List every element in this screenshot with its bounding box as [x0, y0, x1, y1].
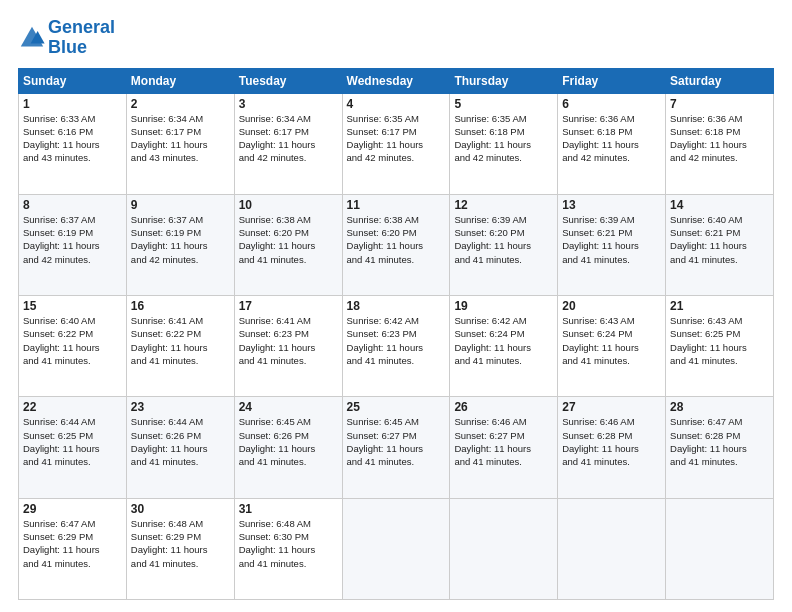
- day-number: 16: [131, 299, 230, 313]
- calendar-cell: 10Sunrise: 6:38 AM Sunset: 6:20 PM Dayli…: [234, 194, 342, 295]
- calendar-cell: 31Sunrise: 6:48 AM Sunset: 6:30 PM Dayli…: [234, 498, 342, 599]
- calendar-week-row: 1Sunrise: 6:33 AM Sunset: 6:16 PM Daylig…: [19, 93, 774, 194]
- day-info: Sunrise: 6:48 AM Sunset: 6:30 PM Dayligh…: [239, 517, 338, 570]
- calendar-cell: 25Sunrise: 6:45 AM Sunset: 6:27 PM Dayli…: [342, 397, 450, 498]
- day-info: Sunrise: 6:33 AM Sunset: 6:16 PM Dayligh…: [23, 112, 122, 165]
- calendar-cell: 9Sunrise: 6:37 AM Sunset: 6:19 PM Daylig…: [126, 194, 234, 295]
- day-info: Sunrise: 6:45 AM Sunset: 6:26 PM Dayligh…: [239, 415, 338, 468]
- day-info: Sunrise: 6:44 AM Sunset: 6:26 PM Dayligh…: [131, 415, 230, 468]
- header-day-thursday: Thursday: [450, 68, 558, 93]
- header-day-saturday: Saturday: [666, 68, 774, 93]
- day-number: 26: [454, 400, 553, 414]
- day-number: 9: [131, 198, 230, 212]
- day-number: 10: [239, 198, 338, 212]
- day-number: 17: [239, 299, 338, 313]
- day-number: 5: [454, 97, 553, 111]
- calendar-cell: 13Sunrise: 6:39 AM Sunset: 6:21 PM Dayli…: [558, 194, 666, 295]
- day-number: 8: [23, 198, 122, 212]
- day-number: 11: [347, 198, 446, 212]
- day-info: Sunrise: 6:45 AM Sunset: 6:27 PM Dayligh…: [347, 415, 446, 468]
- day-info: Sunrise: 6:34 AM Sunset: 6:17 PM Dayligh…: [131, 112, 230, 165]
- day-info: Sunrise: 6:48 AM Sunset: 6:29 PM Dayligh…: [131, 517, 230, 570]
- day-info: Sunrise: 6:47 AM Sunset: 6:28 PM Dayligh…: [670, 415, 769, 468]
- logo: General Blue: [18, 18, 115, 58]
- day-info: Sunrise: 6:42 AM Sunset: 6:24 PM Dayligh…: [454, 314, 553, 367]
- day-info: Sunrise: 6:40 AM Sunset: 6:21 PM Dayligh…: [670, 213, 769, 266]
- header: General Blue: [18, 18, 774, 58]
- calendar-cell: 28Sunrise: 6:47 AM Sunset: 6:28 PM Dayli…: [666, 397, 774, 498]
- calendar-cell: 30Sunrise: 6:48 AM Sunset: 6:29 PM Dayli…: [126, 498, 234, 599]
- day-info: Sunrise: 6:46 AM Sunset: 6:27 PM Dayligh…: [454, 415, 553, 468]
- calendar-week-row: 29Sunrise: 6:47 AM Sunset: 6:29 PM Dayli…: [19, 498, 774, 599]
- day-number: 18: [347, 299, 446, 313]
- calendar-cell: 4Sunrise: 6:35 AM Sunset: 6:17 PM Daylig…: [342, 93, 450, 194]
- day-info: Sunrise: 6:38 AM Sunset: 6:20 PM Dayligh…: [239, 213, 338, 266]
- calendar-week-row: 22Sunrise: 6:44 AM Sunset: 6:25 PM Dayli…: [19, 397, 774, 498]
- day-info: Sunrise: 6:42 AM Sunset: 6:23 PM Dayligh…: [347, 314, 446, 367]
- calendar-cell: 17Sunrise: 6:41 AM Sunset: 6:23 PM Dayli…: [234, 296, 342, 397]
- day-number: 1: [23, 97, 122, 111]
- day-info: Sunrise: 6:41 AM Sunset: 6:23 PM Dayligh…: [239, 314, 338, 367]
- calendar-cell: 12Sunrise: 6:39 AM Sunset: 6:20 PM Dayli…: [450, 194, 558, 295]
- day-info: Sunrise: 6:35 AM Sunset: 6:18 PM Dayligh…: [454, 112, 553, 165]
- calendar-cell: 18Sunrise: 6:42 AM Sunset: 6:23 PM Dayli…: [342, 296, 450, 397]
- header-day-sunday: Sunday: [19, 68, 127, 93]
- day-number: 4: [347, 97, 446, 111]
- day-number: 27: [562, 400, 661, 414]
- calendar-week-row: 15Sunrise: 6:40 AM Sunset: 6:22 PM Dayli…: [19, 296, 774, 397]
- day-number: 6: [562, 97, 661, 111]
- day-number: 7: [670, 97, 769, 111]
- day-info: Sunrise: 6:38 AM Sunset: 6:20 PM Dayligh…: [347, 213, 446, 266]
- calendar-cell: 8Sunrise: 6:37 AM Sunset: 6:19 PM Daylig…: [19, 194, 127, 295]
- day-number: 28: [670, 400, 769, 414]
- day-number: 23: [131, 400, 230, 414]
- logo-icon: [18, 24, 46, 52]
- header-day-monday: Monday: [126, 68, 234, 93]
- calendar-week-row: 8Sunrise: 6:37 AM Sunset: 6:19 PM Daylig…: [19, 194, 774, 295]
- day-info: Sunrise: 6:37 AM Sunset: 6:19 PM Dayligh…: [23, 213, 122, 266]
- calendar-cell: 21Sunrise: 6:43 AM Sunset: 6:25 PM Dayli…: [666, 296, 774, 397]
- calendar-cell: 29Sunrise: 6:47 AM Sunset: 6:29 PM Dayli…: [19, 498, 127, 599]
- day-info: Sunrise: 6:46 AM Sunset: 6:28 PM Dayligh…: [562, 415, 661, 468]
- calendar-cell: 19Sunrise: 6:42 AM Sunset: 6:24 PM Dayli…: [450, 296, 558, 397]
- day-number: 13: [562, 198, 661, 212]
- day-info: Sunrise: 6:44 AM Sunset: 6:25 PM Dayligh…: [23, 415, 122, 468]
- calendar-cell: 15Sunrise: 6:40 AM Sunset: 6:22 PM Dayli…: [19, 296, 127, 397]
- day-info: Sunrise: 6:36 AM Sunset: 6:18 PM Dayligh…: [670, 112, 769, 165]
- calendar-cell: 7Sunrise: 6:36 AM Sunset: 6:18 PM Daylig…: [666, 93, 774, 194]
- day-number: 22: [23, 400, 122, 414]
- day-info: Sunrise: 6:39 AM Sunset: 6:20 PM Dayligh…: [454, 213, 553, 266]
- day-info: Sunrise: 6:34 AM Sunset: 6:17 PM Dayligh…: [239, 112, 338, 165]
- calendar-table: SundayMondayTuesdayWednesdayThursdayFrid…: [18, 68, 774, 600]
- day-number: 24: [239, 400, 338, 414]
- day-info: Sunrise: 6:43 AM Sunset: 6:25 PM Dayligh…: [670, 314, 769, 367]
- day-info: Sunrise: 6:41 AM Sunset: 6:22 PM Dayligh…: [131, 314, 230, 367]
- day-number: 3: [239, 97, 338, 111]
- day-number: 31: [239, 502, 338, 516]
- header-day-wednesday: Wednesday: [342, 68, 450, 93]
- day-info: Sunrise: 6:35 AM Sunset: 6:17 PM Dayligh…: [347, 112, 446, 165]
- calendar-cell: 16Sunrise: 6:41 AM Sunset: 6:22 PM Dayli…: [126, 296, 234, 397]
- calendar-cell: 14Sunrise: 6:40 AM Sunset: 6:21 PM Dayli…: [666, 194, 774, 295]
- day-number: 12: [454, 198, 553, 212]
- day-number: 19: [454, 299, 553, 313]
- calendar-cell: 6Sunrise: 6:36 AM Sunset: 6:18 PM Daylig…: [558, 93, 666, 194]
- calendar-header-row: SundayMondayTuesdayWednesdayThursdayFrid…: [19, 68, 774, 93]
- logo-general: General: [48, 17, 115, 37]
- day-info: Sunrise: 6:43 AM Sunset: 6:24 PM Dayligh…: [562, 314, 661, 367]
- calendar-cell: [558, 498, 666, 599]
- calendar-cell: [450, 498, 558, 599]
- calendar-cell: 3Sunrise: 6:34 AM Sunset: 6:17 PM Daylig…: [234, 93, 342, 194]
- calendar-cell: 5Sunrise: 6:35 AM Sunset: 6:18 PM Daylig…: [450, 93, 558, 194]
- day-number: 15: [23, 299, 122, 313]
- day-info: Sunrise: 6:39 AM Sunset: 6:21 PM Dayligh…: [562, 213, 661, 266]
- calendar-cell: 1Sunrise: 6:33 AM Sunset: 6:16 PM Daylig…: [19, 93, 127, 194]
- day-info: Sunrise: 6:47 AM Sunset: 6:29 PM Dayligh…: [23, 517, 122, 570]
- header-day-friday: Friday: [558, 68, 666, 93]
- calendar-cell: 22Sunrise: 6:44 AM Sunset: 6:25 PM Dayli…: [19, 397, 127, 498]
- day-number: 29: [23, 502, 122, 516]
- day-number: 20: [562, 299, 661, 313]
- calendar-cell: 20Sunrise: 6:43 AM Sunset: 6:24 PM Dayli…: [558, 296, 666, 397]
- day-info: Sunrise: 6:37 AM Sunset: 6:19 PM Dayligh…: [131, 213, 230, 266]
- calendar-cell: 24Sunrise: 6:45 AM Sunset: 6:26 PM Dayli…: [234, 397, 342, 498]
